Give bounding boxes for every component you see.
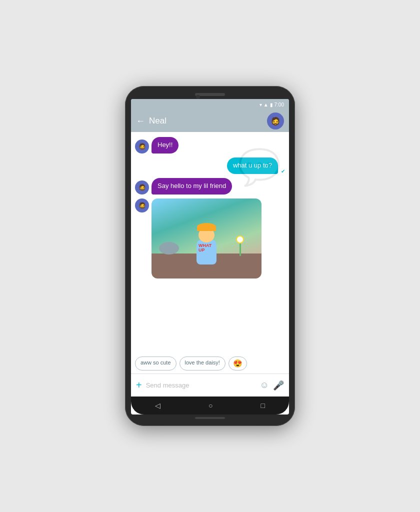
status-icons: ▾ ▲ ▮ 7:00: [260, 102, 284, 108]
time-display: 7:00: [274, 102, 284, 108]
baby-body: WHAT UP: [196, 240, 216, 264]
app-header: ← Neal 🧔: [131, 110, 289, 132]
back-button[interactable]: ←: [136, 116, 145, 126]
emoji-button[interactable]: ☺: [260, 380, 269, 390]
smart-replies: aww so cute love the daisy! 😍: [131, 354, 289, 374]
flower: [236, 236, 244, 256]
smart-chip-1[interactable]: aww so cute: [135, 356, 176, 370]
watermark: 💬: [239, 147, 279, 187]
chat-area: 💬 🧔 Hey!! what u up to? ✔ 🧔: [131, 132, 289, 354]
photo-placeholder: WHAT UP: [152, 198, 262, 278]
recents-nav-button[interactable]: □: [261, 402, 265, 410]
message-input-placeholder[interactable]: Send message: [146, 382, 256, 389]
message-bubble-incoming: Hey!!: [152, 137, 178, 154]
flower-head: [236, 236, 244, 244]
battery-icon: ▮: [270, 102, 273, 108]
message-text: Hey!!: [158, 141, 172, 148]
message-text: Say hello to my lil friend: [158, 182, 226, 190]
contact-avatar-header[interactable]: 🧔: [267, 112, 284, 130]
mic-button[interactable]: 🎤: [273, 380, 284, 391]
check-icon: ✔: [281, 168, 285, 174]
avatar: 🧔: [135, 180, 149, 194]
signal-icon: ▲: [264, 102, 268, 108]
phone-device: ▾ ▲ ▮ 7:00 ← Neal 🧔 💬 🧔 Hey!!: [125, 86, 295, 426]
avatar: 🧔: [135, 198, 149, 212]
smart-chip-2[interactable]: love the daisy!: [180, 356, 226, 370]
bottom-bar: [195, 417, 225, 419]
back-nav-button[interactable]: ◁: [155, 402, 160, 410]
message-bubble-incoming: Say hello to my lil friend: [152, 178, 232, 194]
smart-chip-emoji[interactable]: 😍: [228, 356, 247, 370]
nav-bar: ◁ ○ □: [131, 396, 289, 414]
avatar: 🧔: [135, 140, 149, 154]
camera: [196, 95, 200, 99]
avatar-emoji: 🧔: [138, 184, 146, 191]
phone-screen: ▾ ▲ ▮ 7:00 ← Neal 🧔 💬 🧔 Hey!!: [131, 99, 289, 414]
rock: [159, 242, 179, 254]
avatar-emoji: 🧔: [138, 143, 146, 150]
avatar-emoji: 🧔: [138, 202, 146, 209]
home-nav-button[interactable]: ○: [208, 402, 212, 410]
input-bar: + Send message ☺ 🎤: [131, 374, 289, 396]
baby-hat: [197, 223, 216, 231]
status-bar: ▾ ▲ ▮ 7:00: [131, 99, 289, 110]
add-attachment-button[interactable]: +: [136, 380, 142, 391]
photo-bubble[interactable]: WHAT UP: [152, 198, 262, 278]
avatar-emoji: 🧔: [270, 116, 280, 126]
contact-name: Neal: [149, 116, 267, 126]
baby-scene: WHAT UP: [152, 198, 262, 278]
wifi-icon: ▾: [260, 102, 262, 108]
photo-message-row: 🧔 WHAT UP: [135, 198, 285, 278]
